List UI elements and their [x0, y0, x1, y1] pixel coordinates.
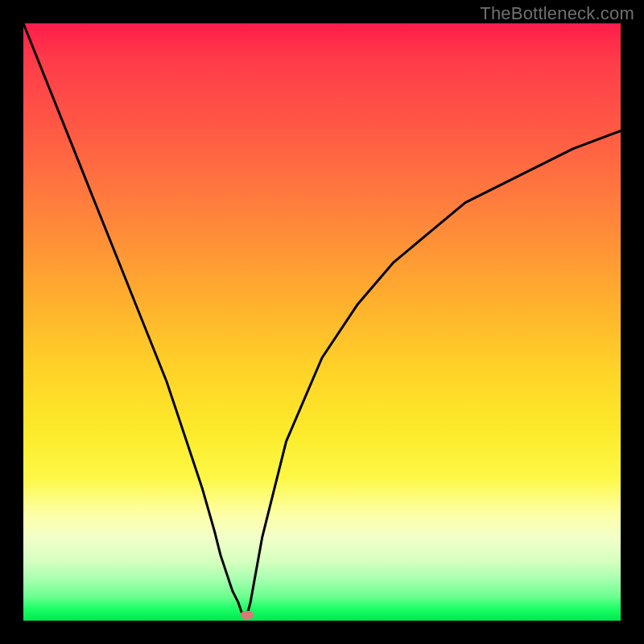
bottleneck-curve	[23, 23, 621, 621]
watermark-text: TheBottleneck.com	[480, 3, 634, 24]
plot-area	[23, 23, 621, 621]
chart-frame: TheBottleneck.com	[0, 0, 644, 644]
curve-path	[23, 23, 621, 615]
min-point-marker	[241, 611, 254, 619]
